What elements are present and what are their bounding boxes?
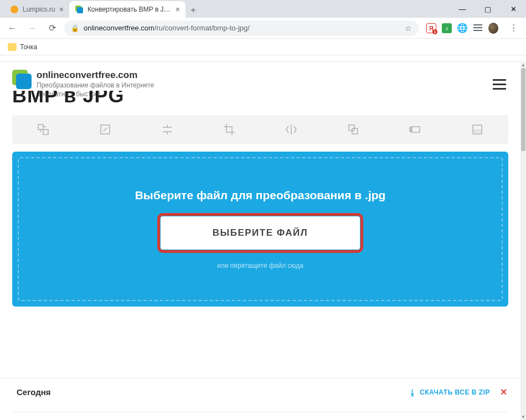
logo-icon <box>12 70 31 89</box>
address-bar[interactable]: 🔒 onlineconvertfree.com/ru/convert-forma… <box>64 20 419 36</box>
svg-rect-3 <box>349 125 354 131</box>
drag-hint: или перетащите файл сюда <box>217 262 303 269</box>
choose-file-button[interactable]: ВЫБЕРИТЕ ФАЙЛ <box>161 216 360 250</box>
extension-readlist-icon[interactable] <box>473 23 483 33</box>
close-tab-icon[interactable]: × <box>59 5 64 14</box>
tab-title: Lumpics.ru <box>23 6 55 13</box>
new-tab-button[interactable]: ＋ <box>185 2 201 18</box>
lock-icon: 🔒 <box>71 24 79 32</box>
extension-yandex-icon[interactable]: Я1 <box>426 23 436 33</box>
upload-zone[interactable]: Выберите файл для преобразования в .jpg … <box>12 152 508 307</box>
back-button[interactable]: ← <box>4 20 20 36</box>
image-tools-row: ICO <box>12 115 508 144</box>
reload-button[interactable]: ⟳ <box>44 20 60 36</box>
browser-toolbar: ← → ⟳ 🔒 onlineconvertfree.com/ru/convert… <box>0 18 526 39</box>
close-window-button[interactable]: ✕ <box>501 0 526 18</box>
hamburger-menu-button[interactable] <box>491 77 508 92</box>
scroll-thumb[interactable] <box>521 68 525 151</box>
tool-mirror[interactable] <box>260 115 322 144</box>
extensions-group: Я1 ♪ 🌐 <box>423 23 502 33</box>
window-titlebar: Lumpics.ru × Конвертировать BMP в JPG он… <box>0 0 526 18</box>
tool-compress[interactable] <box>136 115 198 144</box>
today-label: Сегодня <box>17 387 51 397</box>
svg-text:ICO: ICO <box>474 129 481 133</box>
svg-rect-4 <box>352 128 358 134</box>
download-all-zip-link[interactable]: ⭳ СКАЧАТЬ ВСЕ В ZIP <box>409 388 490 397</box>
tool-watermark[interactable] <box>384 115 446 144</box>
folder-icon <box>8 43 17 51</box>
favicon-ocf-icon <box>75 5 84 14</box>
close-downloads-button[interactable]: ✕ <box>500 387 507 397</box>
svg-rect-0 <box>38 125 43 129</box>
downloads-bar: Сегодня ⭳ СКАЧАТЬ ВСЕ В ZIP ✕ <box>0 378 520 406</box>
scrollbar[interactable]: ▲ ▼ <box>520 61 526 420</box>
window-controls: — ▢ ✕ <box>450 0 526 18</box>
tool-rotate[interactable] <box>322 115 384 144</box>
brand-name: onlineconvertfree.com <box>37 70 154 81</box>
close-tab-icon[interactable]: × <box>176 5 180 14</box>
browser-menu-button[interactable]: ⋮ <box>506 23 522 33</box>
browser-tab-onlineconvertfree[interactable]: Конвертировать BMP в JPG онл × <box>69 1 185 18</box>
svg-rect-1 <box>43 129 48 134</box>
scroll-up-button[interactable]: ▲ <box>520 61 526 68</box>
tool-resize[interactable] <box>74 115 136 144</box>
bookmarks-bar: Точка <box>0 39 526 55</box>
bookmark-item[interactable]: Точка <box>20 43 37 51</box>
url-text: onlineconvertfree.com/ru/convert-format/… <box>84 24 400 32</box>
scroll-down-button[interactable]: ▼ <box>520 413 526 420</box>
tool-ico[interactable]: ICO <box>446 115 508 144</box>
profile-avatar[interactable] <box>488 23 498 33</box>
minimize-button[interactable]: — <box>450 0 475 18</box>
browser-tabs: Lumpics.ru × Конвертировать BMP в JPG он… <box>0 0 450 18</box>
maximize-button[interactable]: ▢ <box>475 0 501 18</box>
favicon-lumpics-icon <box>10 5 19 14</box>
divider <box>12 412 508 412</box>
browser-tab-lumpics[interactable]: Lumpics.ru × <box>4 1 69 18</box>
bookmark-star-icon[interactable]: ☆ <box>405 24 412 33</box>
tool-convert[interactable] <box>12 115 74 144</box>
download-icon: ⭳ <box>409 388 417 397</box>
extension-music-icon[interactable]: ♪ <box>442 23 452 33</box>
tool-crop[interactable] <box>198 115 260 144</box>
tab-title: Конвертировать BMP в JPG онл <box>87 6 172 13</box>
upload-title: Выберите файл для преобразования в .jpg <box>135 189 386 202</box>
forward-button[interactable]: → <box>24 20 40 36</box>
page-title: BMP в JPG <box>0 91 520 111</box>
extension-globe-icon[interactable]: 🌐 <box>457 23 467 33</box>
page-viewport: onlineconvertfree.com Преобразование фай… <box>0 61 520 420</box>
